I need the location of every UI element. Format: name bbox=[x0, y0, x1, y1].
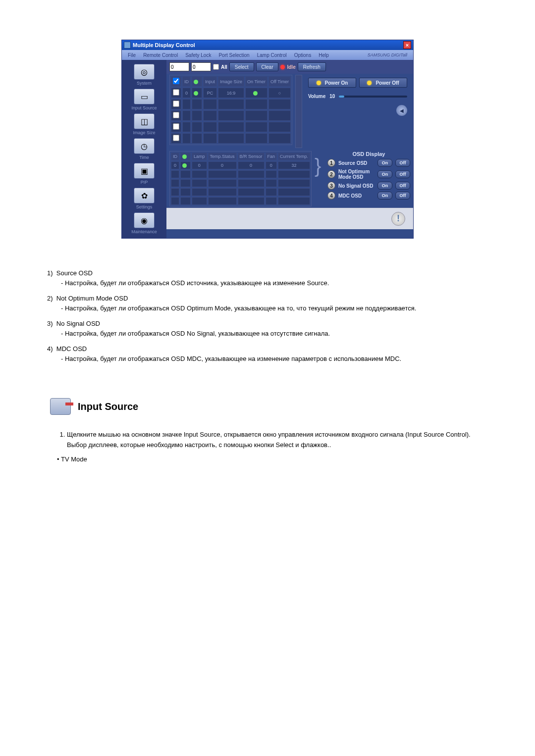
menu-port[interactable]: Port Selection bbox=[215, 51, 252, 59]
select-button[interactable]: Select bbox=[229, 62, 254, 71]
menu-bar: File Remote Control Safety Lock Port Sel… bbox=[122, 50, 413, 60]
volume-value: 10 bbox=[329, 94, 335, 99]
sidebar-item-pip[interactable]: ▣PIP bbox=[122, 162, 166, 186]
speaker-icon[interactable]: ◀ bbox=[396, 105, 407, 116]
to-id-select[interactable] bbox=[191, 62, 211, 71]
from-id-select[interactable] bbox=[169, 62, 189, 71]
sidebar: ◎System ▭Input Source ◫Image Size ◷Time … bbox=[122, 60, 166, 238]
section-title: Input Source bbox=[78, 401, 138, 412]
optimum-osd-off-button[interactable]: Off bbox=[395, 170, 410, 178]
menu-file[interactable]: File bbox=[125, 51, 139, 59]
optimum-osd-on-button[interactable]: On bbox=[377, 170, 392, 178]
table-row[interactable]: 0 0 0 0 0 32 bbox=[171, 161, 310, 169]
all-checkbox[interactable] bbox=[213, 64, 219, 70]
sidebar-item-settings[interactable]: ✿Settings bbox=[122, 187, 166, 210]
source-osd-on-button[interactable]: On bbox=[377, 159, 392, 167]
maintenance-table: ID Lamp Temp.Status B/R Sensor Fan Curre… bbox=[169, 151, 312, 206]
table-row bbox=[171, 122, 291, 132]
window-title: Multiple Display Control bbox=[133, 42, 401, 48]
osd-row-nosignal: 3 No Signal OSD On Off bbox=[327, 182, 410, 190]
osd-row-mdc: 4 MDC OSD On Off bbox=[327, 192, 410, 200]
table-row bbox=[171, 170, 310, 178]
info-icon[interactable]: ! bbox=[391, 212, 405, 226]
app-icon bbox=[124, 42, 131, 49]
sidebar-item-maintenance[interactable]: ◉Maintenance bbox=[122, 211, 166, 235]
input-source-icon bbox=[50, 398, 71, 415]
mdc-window: Multiple Display Control × File Remote C… bbox=[121, 40, 414, 239]
notes-list: Щелкните мышью на основном значке Input … bbox=[47, 430, 488, 451]
sidebar-item-input[interactable]: ▭Input Source bbox=[122, 88, 166, 111]
table-row bbox=[171, 133, 291, 144]
table-row bbox=[171, 197, 310, 205]
display-table: ID Input Image Size On Timer Off Timer 0… bbox=[169, 75, 292, 145]
power-on-button[interactable]: Power On bbox=[308, 78, 356, 88]
source-osd-off-button[interactable]: Off bbox=[395, 159, 410, 167]
mdc-osd-off-button[interactable]: Off bbox=[395, 192, 410, 200]
toolbar: All Select Clear Idle Refresh bbox=[166, 60, 413, 74]
mdc-osd-on-button[interactable]: On bbox=[377, 192, 392, 200]
sidebar-item-time[interactable]: ◷Time bbox=[122, 137, 166, 161]
description-list: 1) Source OSD - Настройка, будет ли отоб… bbox=[47, 268, 488, 363]
table-row[interactable]: 0 PC 16:9 ○ bbox=[171, 88, 291, 98]
status-dot-icon bbox=[182, 154, 187, 159]
volume-slider[interactable] bbox=[339, 96, 407, 98]
table-row bbox=[171, 188, 310, 196]
osd-row-optimum: 2 Not Optimum Mode OSD On Off bbox=[327, 169, 410, 180]
idle-indicator: Idle bbox=[280, 64, 295, 70]
volume-row: Volume 10 bbox=[308, 94, 407, 99]
sidebar-item-image[interactable]: ◫Image Size bbox=[122, 112, 166, 136]
menu-options[interactable]: Options bbox=[291, 51, 314, 59]
brace-icon: } bbox=[315, 151, 324, 206]
power-off-button[interactable]: Power Off bbox=[359, 78, 407, 88]
titlebar[interactable]: Multiple Display Control × bbox=[122, 40, 413, 50]
table-row bbox=[171, 99, 291, 109]
status-dot-icon bbox=[182, 163, 187, 168]
bullet-item: • TV Mode bbox=[47, 455, 488, 463]
callout-2-icon: 2 bbox=[327, 170, 335, 178]
all-label: All bbox=[221, 64, 227, 70]
status-dot-icon bbox=[194, 91, 198, 96]
table-row bbox=[171, 110, 291, 121]
status-dot-icon bbox=[194, 80, 198, 84]
nosignal-osd-on-button[interactable]: On bbox=[377, 182, 392, 190]
vertical-scrollbar[interactable] bbox=[295, 75, 302, 148]
status-bar: ! bbox=[166, 207, 413, 229]
col-check[interactable] bbox=[173, 78, 179, 84]
osd-row-source: 1 Source OSD On Off bbox=[327, 159, 410, 167]
table-row bbox=[171, 179, 310, 187]
menu-help[interactable]: Help bbox=[316, 51, 332, 59]
close-icon[interactable]: × bbox=[403, 41, 411, 49]
list-item: Щелкните мышью на основном значке Input … bbox=[67, 430, 488, 451]
row-check[interactable] bbox=[173, 89, 179, 96]
callout-4-icon: 4 bbox=[327, 192, 335, 200]
menu-lamp[interactable]: Lamp Control bbox=[254, 51, 290, 59]
callout-1-icon: 1 bbox=[327, 159, 335, 167]
section-heading: Input Source bbox=[50, 398, 488, 415]
on-timer-icon bbox=[253, 91, 258, 96]
sidebar-item-system[interactable]: ◎System bbox=[122, 63, 166, 87]
clear-button[interactable]: Clear bbox=[256, 62, 279, 71]
callout-3-icon: 3 bbox=[327, 182, 335, 190]
osd-display-title: OSD Display bbox=[327, 151, 410, 157]
menu-remote[interactable]: Remote Control bbox=[140, 51, 181, 59]
refresh-button[interactable]: Refresh bbox=[298, 62, 326, 71]
nosignal-osd-off-button[interactable]: Off bbox=[395, 182, 410, 190]
brand-label: SAMSUNG DIGITall bbox=[365, 51, 410, 58]
menu-safety[interactable]: Safety Lock bbox=[182, 51, 214, 59]
